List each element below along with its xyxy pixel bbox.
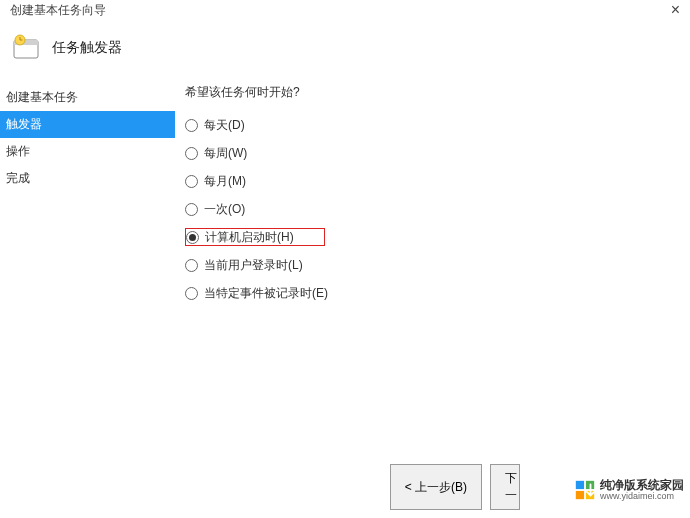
option-label: 每天(D) — [204, 117, 245, 134]
prompt-text: 希望该任务何时开始? — [185, 84, 690, 101]
option-label: 当特定事件被记录时(E) — [204, 285, 328, 302]
trigger-options: 每天(D) 每周(W) 每月(M) 一次(O) 计算机启动时(H) 当前用户登录 — [185, 116, 690, 302]
watermark: 纯净版系统家园 www.yidaimei.com — [574, 479, 684, 502]
radio-icon — [185, 259, 198, 272]
back-button[interactable]: < 上一步(B) — [390, 464, 482, 510]
option-once[interactable]: 一次(O) — [185, 200, 690, 218]
watermark-text: 纯净版系统家园 www.yidaimei.com — [600, 479, 684, 502]
radio-icon — [185, 287, 198, 300]
radio-icon — [185, 203, 198, 216]
option-logon[interactable]: 当前用户登录时(L) — [185, 256, 690, 274]
title-bar: 创建基本任务向导 × — [0, 0, 690, 20]
svg-rect-7 — [576, 491, 584, 499]
radio-icon — [185, 175, 198, 188]
radio-icon — [185, 147, 198, 160]
wizard-sidebar: 创建基本任务 触发器 操作 完成 — [0, 82, 175, 462]
radio-icon — [186, 231, 199, 244]
option-label: 每月(M) — [204, 173, 246, 190]
svg-rect-5 — [576, 481, 584, 489]
page-title: 任务触发器 — [52, 39, 122, 57]
option-label: 每周(W) — [204, 145, 247, 162]
option-startup[interactable]: 计算机启动时(H) — [185, 228, 325, 246]
wizard-header: 任务触发器 — [0, 20, 690, 82]
wizard-body: 创建基本任务 触发器 操作 完成 希望该任务何时开始? 每天(D) 每周(W) … — [0, 82, 690, 462]
option-monthly[interactable]: 每月(M) — [185, 172, 690, 190]
radio-icon — [185, 119, 198, 132]
wizard-buttons: < 上一步(B) 下一 — [390, 464, 520, 510]
watermark-url: www.yidaimei.com — [600, 492, 684, 502]
next-button[interactable]: 下一 — [490, 464, 520, 510]
option-label: 当前用户登录时(L) — [204, 257, 303, 274]
option-event[interactable]: 当特定事件被记录时(E) — [185, 284, 690, 302]
task-scheduler-icon — [10, 32, 42, 64]
option-daily[interactable]: 每天(D) — [185, 116, 690, 134]
sidebar-item-finish[interactable]: 完成 — [0, 165, 175, 192]
option-label: 一次(O) — [204, 201, 245, 218]
watermark-logo-icon — [574, 479, 596, 501]
sidebar-item-trigger[interactable]: 触发器 — [0, 111, 175, 138]
close-icon[interactable]: × — [671, 1, 680, 19]
option-label: 计算机启动时(H) — [205, 229, 294, 246]
window-title: 创建基本任务向导 — [10, 2, 106, 19]
option-weekly[interactable]: 每周(W) — [185, 144, 690, 162]
sidebar-item-create[interactable]: 创建基本任务 — [0, 84, 175, 111]
sidebar-item-action[interactable]: 操作 — [0, 138, 175, 165]
wizard-main: 希望该任务何时开始? 每天(D) 每周(W) 每月(M) 一次(O) 计算机启动… — [175, 82, 690, 462]
